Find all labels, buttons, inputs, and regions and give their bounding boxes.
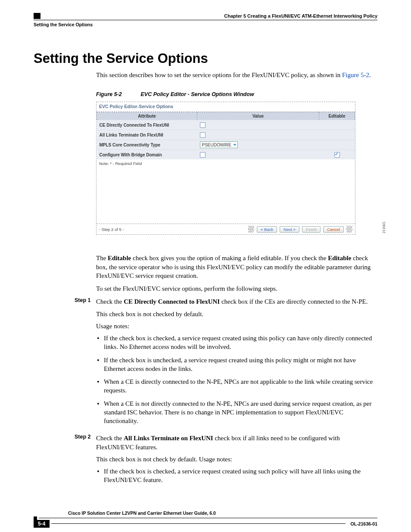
- chapter-running-head: Chapter 5 Creating a FlexUNI/EVC ATM-Eth…: [224, 13, 377, 19]
- step-label: Step 2: [75, 434, 96, 488]
- header-rule: [34, 20, 377, 20]
- editable-note-paragraph: The Editable check box gives you the opt…: [96, 254, 377, 280]
- bullet-item: If the check box is unchecked, a service…: [96, 356, 377, 373]
- step-label: Step 1: [75, 297, 96, 429]
- attr-label: Configure With Bridge Domain: [97, 150, 197, 160]
- step2-lead: Check the All Links Terminate on FlexUNI…: [96, 434, 377, 451]
- instruction-lead: To set the FlexUNI/EVC service options, …: [96, 284, 377, 293]
- step1-p1: This check box is not checked by default…: [96, 310, 377, 318]
- back-button[interactable]: < Back: [257, 226, 277, 233]
- checkbox-editable[interactable]: [334, 152, 340, 158]
- checkbox-all-links[interactable]: [200, 132, 206, 138]
- step-indicator: - Step 2 of 5 -: [99, 227, 124, 232]
- resize-grip-icon: [248, 226, 254, 233]
- dropdown-mpls-type[interactable]: PSEUDOWIRE: [200, 141, 238, 148]
- step1-p2: Usage notes:: [96, 322, 377, 330]
- footer-doc-id: OL-21636-01: [347, 521, 377, 526]
- attr-label: CE Directly Connected To FlexUNI: [97, 120, 197, 130]
- window-title: EVC Policy Editor-Service Options: [97, 102, 355, 112]
- figure-screenshot: EVC Policy Editor-Service Options Attrib…: [96, 102, 355, 235]
- page-number: 5-4: [34, 520, 50, 528]
- col-value: Value: [197, 112, 319, 120]
- footer-bullet-icon: [34, 516, 37, 520]
- attr-label: MPLS Core Connectivity Type: [97, 140, 197, 150]
- footer-book-title: Cisco IP Solution Center L2VPN and Carri…: [68, 510, 377, 516]
- bullet-item: If the check box is checked, a service r…: [96, 467, 377, 485]
- attr-label: All Links Terminate On FlexUNI: [97, 130, 197, 140]
- page-title: Setting the Service Options: [34, 51, 377, 66]
- chevron-down-icon: [233, 144, 237, 146]
- col-attribute: Attribute: [97, 112, 197, 120]
- resize-grip-icon: [346, 226, 352, 233]
- bullet-item: If the check box is checked, a service r…: [96, 334, 377, 352]
- section-running-head: Setting the Service Options: [34, 22, 377, 27]
- step1-lead: Check the CE Directly Connected to FlexU…: [96, 297, 377, 306]
- required-note: Note: * - Required Field: [97, 159, 355, 168]
- figure-reference-link[interactable]: Figure 5-2: [342, 72, 369, 78]
- finish-button: Finish: [302, 226, 321, 233]
- bullet-item: When a CE is directly connected to the N…: [96, 377, 377, 395]
- checkbox-ce-direct[interactable]: [200, 122, 206, 128]
- cancel-button[interactable]: Cancel: [323, 226, 344, 233]
- step2-p1: This check box is not check by default. …: [96, 455, 377, 464]
- next-button[interactable]: Next >: [280, 226, 299, 233]
- col-editable: Editable: [319, 112, 355, 120]
- checkbox-bridge-domain[interactable]: [200, 152, 206, 158]
- bullet-item: When a CE is not directly connected to t…: [96, 399, 377, 426]
- figure-caption: Figure 5-2 EVC Policy Editor - Service O…: [96, 91, 377, 97]
- figure-image-id: 211665: [382, 222, 386, 233]
- header-bullet-icon: [34, 13, 40, 19]
- intro-paragraph: This section describes how to set the se…: [96, 71, 377, 79]
